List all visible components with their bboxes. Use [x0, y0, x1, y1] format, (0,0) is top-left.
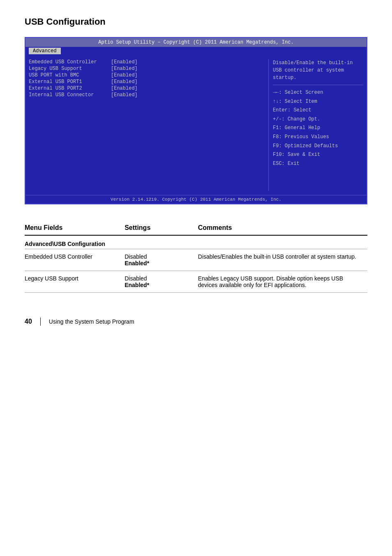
page-footer: 40 Using the System Setup Program [25, 317, 367, 326]
bios-item-value: [Enabled] [111, 59, 138, 65]
setting-value-enabled: Enabled* [125, 260, 193, 266]
col-settings: Settings [125, 221, 198, 235]
bios-key-line: F8: Previous Values [273, 133, 363, 142]
bios-tab-advanced[interactable]: Advanced [29, 48, 61, 54]
menu-table: Menu Fields Settings Comments Advanced\U… [25, 221, 367, 293]
bios-key-line: F10: Save & Exit [273, 151, 363, 160]
bios-key-line: +/-: Change Opt. [273, 115, 363, 124]
bios-key-line: →←: Select Screen [273, 88, 363, 97]
bios-help-text: Disable/Enable the built-in USB controll… [273, 59, 363, 81]
bios-item-value: [Enabled] [111, 72, 138, 78]
bios-item-row: Internal USB Connector [Enabled] [29, 92, 260, 98]
bios-divider [273, 85, 363, 85]
col-comments: Comments [198, 221, 367, 235]
settings-cell: DisabledEnabled* [125, 249, 198, 271]
bios-item-name: External USB PORT2 [29, 86, 111, 91]
bios-item-name: Internal USB Connector [29, 92, 111, 98]
bios-item-row: External USB PORT1 [Enabled] [29, 79, 260, 85]
settings-cell: DisabledEnabled* [125, 271, 198, 293]
bios-key-line: ESC: Exit [273, 160, 363, 169]
bios-footer: Version 2.14.1219. Copyright (C) 2011 Am… [25, 195, 367, 204]
setting-value-enabled: Enabled* [125, 282, 193, 288]
bios-key-line: ↑↓: Select Item [273, 97, 363, 107]
bios-item-name: USB PORT with BMC [29, 72, 111, 78]
bios-key-line: F9: Optimized Defaults [273, 142, 363, 151]
page-number: 40 [25, 318, 32, 325]
bios-right-panel: Disable/Enable the built-in USB controll… [273, 59, 363, 191]
bios-item-value: [Enabled] [111, 86, 138, 91]
bios-vertical-divider [268, 59, 269, 191]
field-cell: Legacy USB Support [25, 271, 125, 293]
setting-value-disabled: Disabled [125, 253, 193, 260]
bios-item-value: [Enabled] [111, 79, 138, 85]
bios-key-line: F1: General Help [273, 124, 363, 133]
bios-item-row: Legacy USB Support [Enabled] [29, 66, 260, 72]
bios-item-row: USB PORT with BMC [Enabled] [29, 72, 260, 78]
table-row: Embedded USB Controller DisabledEnabled*… [25, 249, 367, 271]
table-section-row: Advanced\USB Configuration [25, 235, 367, 249]
table-row: Legacy USB Support DisabledEnabled* Enab… [25, 271, 367, 293]
bios-item-value: [Enabled] [111, 92, 138, 98]
table-header-row: Menu Fields Settings Comments [25, 221, 367, 235]
footer-divider [40, 317, 41, 326]
bios-item-name: Legacy USB Support [29, 66, 111, 72]
footer-text: Using the System Setup Program [49, 318, 134, 325]
bios-item-row: Embedded USB Controller [Enabled] [29, 59, 260, 65]
bios-content: Embedded USB Controller [Enabled] Legacy… [25, 55, 367, 195]
bios-key-line: Enter: Select [273, 106, 363, 115]
bios-items-list: Embedded USB Controller [Enabled] Legacy… [29, 59, 264, 191]
setting-value-disabled: Disabled [125, 275, 193, 282]
section-label: Advanced\USB Configuration [25, 235, 367, 249]
comments-cell: Enables Legacy USB support. Disable opti… [198, 271, 367, 293]
comments-cell: Disables/Enables the built-in USB contro… [198, 249, 367, 271]
field-cell: Embedded USB Controller [25, 249, 125, 271]
bios-item-name: External USB PORT1 [29, 79, 111, 85]
col-menu-fields: Menu Fields [25, 221, 125, 235]
page-title: USB Configuration [25, 16, 367, 27]
bios-tab-bar: Advanced [25, 47, 367, 55]
bios-header: Aptio Setup Utility – Copyright (C) 2011… [25, 38, 367, 47]
bios-item-value: [Enabled] [111, 66, 138, 72]
bios-screen: Aptio Setup Utility – Copyright (C) 2011… [25, 37, 367, 204]
bios-item-name: Embedded USB Controller [29, 59, 111, 65]
bios-key-help: →←: Select Screen↑↓: Select ItemEnter: S… [273, 88, 363, 168]
bios-item-row: External USB PORT2 [Enabled] [29, 86, 260, 91]
